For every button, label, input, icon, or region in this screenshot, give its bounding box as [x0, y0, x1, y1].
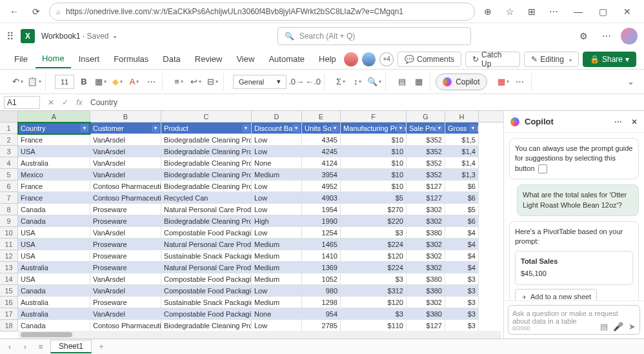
next-sheet-icon[interactable]: › [19, 342, 31, 351]
cell[interactable]: Biodegradable Cleaning Products [161, 157, 252, 169]
undo-icon[interactable]: ↶ [10, 75, 25, 89]
cell[interactable]: Australia [18, 297, 90, 308]
cell[interactable]: Low [252, 227, 302, 239]
cell[interactable]: Canada [18, 285, 90, 297]
cell[interactable]: 1410 [302, 250, 341, 262]
cell[interactable]: Contoso Pharmaceuticals [90, 320, 161, 331]
cell[interactable]: Proseware [90, 262, 161, 273]
formula-input[interactable]: Country [86, 98, 644, 107]
find-icon[interactable]: 🔍 [367, 75, 381, 89]
cell[interactable]: $4 [445, 239, 479, 250]
cell[interactable]: $10 [341, 169, 407, 181]
cell[interactable]: $220 [341, 215, 407, 227]
cell[interactable]: Proseware [90, 239, 161, 250]
cell[interactable]: Proseware [90, 250, 161, 262]
copilot-input[interactable]: Ask a question or make a request about d… [508, 305, 640, 335]
cell[interactable]: Sustainable Snack Packaging [161, 250, 252, 262]
row-header[interactable]: 2 [0, 134, 18, 146]
cell[interactable]: 1052 [302, 273, 341, 285]
cell[interactable]: $4 [445, 227, 479, 239]
collaborator-count[interactable]: +4 [379, 52, 394, 66]
cell[interactable]: $3 [445, 308, 479, 320]
cell[interactable]: $380 [407, 308, 445, 320]
cell[interactable]: Medium [252, 297, 302, 308]
name-box[interactable]: A1 [4, 96, 40, 109]
cell[interactable]: $127 [407, 320, 445, 331]
number-format-select[interactable]: General▾ [233, 75, 287, 89]
horizontal-scrollbar[interactable] [18, 331, 501, 339]
row-header[interactable]: 17 [0, 308, 18, 320]
cell[interactable]: Low [252, 285, 302, 297]
merge-icon[interactable]: ⊟ [205, 75, 219, 89]
cell[interactable]: France [18, 192, 90, 204]
cell[interactable]: Recycled Can [161, 192, 252, 204]
cell[interactable]: Compostable Food Packaging [161, 273, 252, 285]
row-header[interactable]: 11 [0, 239, 18, 250]
cell[interactable]: USA [18, 239, 90, 250]
cell[interactable]: Biodegradable Cleaning Products [161, 181, 252, 192]
cell[interactable]: Medium [252, 262, 302, 273]
cell[interactable]: Low [252, 146, 302, 157]
cell[interactable]: Compostable Food Packaging [161, 285, 252, 297]
col-header[interactable]: H [445, 111, 479, 122]
cell[interactable]: 4903 [302, 192, 341, 204]
tab-automate[interactable]: Automate [262, 50, 311, 68]
row-header[interactable]: 13 [0, 262, 18, 273]
cell[interactable]: $3 [445, 273, 479, 285]
cell[interactable]: France [18, 181, 90, 192]
font-size-input[interactable]: 11 [55, 75, 74, 89]
header-cell[interactable]: Customer [90, 123, 161, 134]
cell[interactable]: $4 [445, 262, 479, 273]
cell[interactable]: 4952 [302, 181, 341, 192]
cell[interactable]: Biodegradable Cleaning Products [161, 169, 252, 181]
row-header[interactable]: 14 [0, 273, 18, 285]
row-header[interactable]: 10 [0, 227, 18, 239]
cell[interactable]: $110 [341, 320, 407, 331]
cell[interactable]: Low [252, 181, 302, 192]
cell[interactable]: 3954 [302, 169, 341, 181]
cell[interactable]: France [18, 134, 90, 146]
row-header[interactable]: 7 [0, 192, 18, 204]
header-cell[interactable]: Discount Band [252, 123, 302, 134]
cell[interactable]: 1369 [302, 262, 341, 273]
cell[interactable]: Biodegradable Cleaning Products [161, 146, 252, 157]
bold-icon[interactable]: B [77, 75, 91, 89]
cell[interactable]: None [252, 308, 302, 320]
cell[interactable]: $3 [445, 285, 479, 297]
header-cell[interactable]: Units Sold [302, 123, 341, 134]
col-header[interactable]: B [90, 111, 161, 122]
cell[interactable]: VanArsdel [90, 169, 161, 181]
cell[interactable]: Proseware [90, 297, 161, 308]
global-search[interactable]: 🔍 Search (Alt + Q) [277, 27, 471, 45]
document-name[interactable]: Workbook1 · Saved [41, 32, 116, 41]
cell[interactable]: $380 [407, 227, 445, 239]
tab-view[interactable]: View [230, 50, 261, 68]
fill-color-icon[interactable]: ◆ [110, 75, 125, 89]
cell[interactable]: $6 [445, 192, 479, 204]
wrap-icon[interactable]: ↩ [188, 75, 203, 89]
cell[interactable]: Contoso Pharmaceuticals [90, 181, 161, 192]
cell[interactable]: Canada [18, 320, 90, 331]
cell[interactable]: $120 [341, 250, 407, 262]
header-cell[interactable]: Gross Sale [445, 123, 479, 134]
cell[interactable]: Low [252, 192, 302, 204]
cell[interactable]: 4245 [302, 146, 341, 157]
sheet-tab[interactable]: Sheet1 [50, 340, 92, 353]
catchup-button[interactable]: ↻Catch Up [465, 52, 520, 67]
tab-review[interactable]: Review [188, 50, 229, 68]
cell[interactable]: $224 [341, 239, 407, 250]
accept-formula-icon[interactable]: ✓ [58, 98, 72, 107]
col-header[interactable]: G [407, 111, 445, 122]
cell[interactable]: $302 [407, 250, 445, 262]
cell[interactable]: $4 [445, 250, 479, 262]
cell[interactable]: $6 [445, 215, 479, 227]
cell[interactable]: $302 [407, 239, 445, 250]
cell[interactable]: $224 [341, 262, 407, 273]
cell[interactable]: 1465 [302, 239, 341, 250]
cell[interactable]: $10 [341, 134, 407, 146]
editing-mode-button[interactable]: ✎Editing [524, 52, 579, 67]
cell[interactable]: $302 [407, 297, 445, 308]
cell[interactable]: $5 [445, 204, 479, 215]
cell[interactable]: Low [252, 320, 302, 331]
cell[interactable]: $302 [407, 204, 445, 215]
